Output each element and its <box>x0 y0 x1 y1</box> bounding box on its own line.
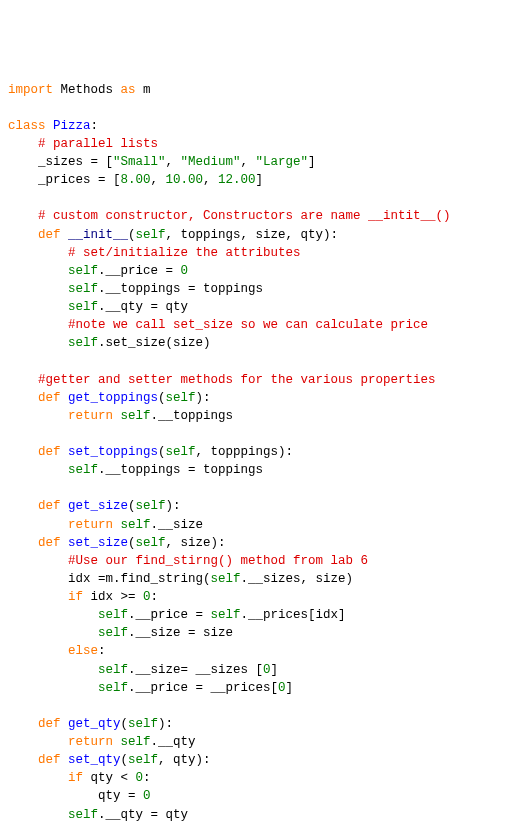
code-token: "Large" <box>256 155 309 169</box>
code-token: # custom constructor, Constructors are n… <box>38 209 451 223</box>
code-token: , toppings, size, qty): <box>166 228 339 242</box>
code-line: # set/initialize the attributes <box>8 244 503 262</box>
code-line: self.__size= __sizes [0] <box>8 661 503 679</box>
code-token: 0 <box>181 264 189 278</box>
code-token: .__qty = qty <box>98 300 188 314</box>
code-token <box>8 463 68 477</box>
code-line: #getter and setter methods for the vario… <box>8 371 503 389</box>
code-token: _sizes = [ <box>8 155 113 169</box>
code-token <box>8 590 68 604</box>
code-line: self.__price = self.__prices[idx] <box>8 606 503 624</box>
code-line: self.__size = size <box>8 624 503 642</box>
code-token: .__price = __prices[ <box>128 681 278 695</box>
code-token <box>113 735 121 749</box>
code-token: self <box>121 735 151 749</box>
code-token: .__size <box>151 518 204 532</box>
code-token: as <box>121 83 136 97</box>
code-token: , size): <box>166 536 226 550</box>
code-token: , <box>166 155 181 169</box>
code-token: return <box>68 735 113 749</box>
code-token <box>61 391 69 405</box>
code-token: def <box>38 499 61 513</box>
code-token: 0 <box>143 590 151 604</box>
code-token: ): <box>166 499 181 513</box>
code-token: def <box>38 753 61 767</box>
code-token <box>8 282 68 296</box>
code-token: ] <box>271 663 279 677</box>
code-line: #Use our find_stirng() method from lab 6 <box>8 552 503 570</box>
code-token: self <box>68 808 98 822</box>
code-token <box>8 536 38 550</box>
code-token: __init__ <box>68 228 128 242</box>
code-token: ( <box>158 391 166 405</box>
code-token: self <box>68 300 98 314</box>
code-token <box>8 717 38 731</box>
code-token: _prices = [ <box>8 173 121 187</box>
code-token: 0 <box>143 789 151 803</box>
code-line: self.__qty = qty <box>8 806 503 824</box>
code-token <box>8 663 98 677</box>
code-line: _prices = [8.00, 10.00, 12.00] <box>8 171 503 189</box>
code-token: 0 <box>136 771 144 785</box>
code-line <box>8 189 503 207</box>
code-token: self <box>68 264 98 278</box>
code-token <box>8 373 38 387</box>
code-token <box>8 681 98 695</box>
code-token: return <box>68 409 113 423</box>
code-token: self <box>68 463 98 477</box>
code-token <box>8 626 98 640</box>
code-line <box>8 99 503 117</box>
code-token: "Medium" <box>181 155 241 169</box>
code-token: 12.00 <box>218 173 256 187</box>
code-line: self.__toppings = toppings <box>8 461 503 479</box>
code-line: qty = 0 <box>8 787 503 805</box>
code-token <box>8 753 38 767</box>
code-token: ): <box>196 391 211 405</box>
code-token: .__qty <box>151 735 196 749</box>
code-token: self <box>211 572 241 586</box>
code-token <box>46 119 54 133</box>
code-token: , <box>151 173 166 187</box>
code-line: # parallel lists <box>8 135 503 153</box>
code-token: self <box>98 681 128 695</box>
code-token <box>113 409 121 423</box>
code-token: if <box>68 771 83 785</box>
code-token <box>8 445 38 459</box>
code-token: else <box>68 644 98 658</box>
code-token: : <box>151 590 159 604</box>
code-token: ( <box>128 499 136 513</box>
code-token: : <box>143 771 151 785</box>
code-token: #getter and setter methods for the vario… <box>38 373 436 387</box>
code-line: _sizes = ["Small", "Medium", "Large"] <box>8 153 503 171</box>
code-token: Pizza <box>53 119 91 133</box>
code-line: return self.__size <box>8 516 503 534</box>
code-token: self <box>121 409 151 423</box>
code-token: .__toppings = toppings <box>98 463 263 477</box>
code-token: ( <box>121 717 129 731</box>
code-token <box>8 518 68 532</box>
code-token: ): <box>158 717 173 731</box>
code-token: self <box>136 228 166 242</box>
code-token: get_size <box>68 499 128 513</box>
code-token: self <box>98 608 128 622</box>
code-token: idx =m.find_string( <box>8 572 211 586</box>
code-token: set_toppings <box>68 445 158 459</box>
code-token: "Small" <box>113 155 166 169</box>
code-line: self.set_size(size) <box>8 334 503 352</box>
code-token: .__price = <box>98 264 181 278</box>
code-token <box>8 499 38 513</box>
code-line: def get_size(self): <box>8 497 503 515</box>
code-token: .__prices[idx] <box>241 608 346 622</box>
code-token: self <box>166 445 196 459</box>
code-token <box>8 137 38 151</box>
code-token: : <box>98 644 106 658</box>
code-token: self <box>166 391 196 405</box>
code-token: self <box>98 626 128 640</box>
code-token: : <box>91 119 99 133</box>
code-token: 0 <box>263 663 271 677</box>
code-token: ] <box>308 155 316 169</box>
code-token: #Use our find_stirng() method from lab 6 <box>68 554 368 568</box>
code-line: else: <box>8 642 503 660</box>
code-token: , <box>241 155 256 169</box>
code-token: ( <box>158 445 166 459</box>
